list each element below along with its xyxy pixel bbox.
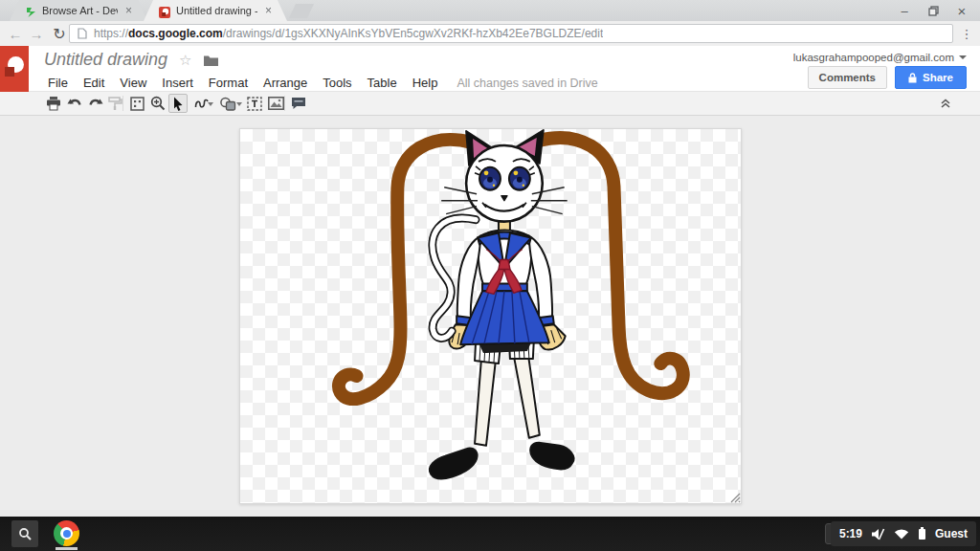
browser-menu-icon[interactable]: ⋮ [957, 24, 976, 43]
user-label: Guest [935, 527, 968, 540]
deviantart-icon [25, 5, 36, 16]
new-tab-button[interactable] [289, 4, 314, 18]
chrome-icon[interactable] [54, 520, 79, 546]
tab-title: Browse Art - DeviantArt [42, 5, 118, 16]
window-controls: – × [890, 0, 976, 21]
lock-icon [908, 73, 917, 83]
collapse-menus-icon[interactable] [936, 94, 955, 113]
menu-help[interactable]: Help [405, 74, 446, 92]
tab-title: Untitled drawing - Googl [176, 5, 257, 16]
folder-icon[interactable] [204, 55, 218, 66]
search-icon [18, 527, 32, 540]
image-icon[interactable] [266, 94, 285, 113]
menu-view[interactable]: View [112, 74, 154, 92]
google-drawings-logo [0, 46, 29, 92]
clock: 5:19 [839, 527, 862, 540]
line-tool-caret-icon[interactable] [208, 102, 213, 106]
drawing-toolbar [0, 92, 980, 116]
document-title[interactable]: Untitled drawing [44, 50, 167, 70]
page-icon [78, 28, 87, 39]
drawing-canvas[interactable] [239, 128, 742, 504]
paint-format-icon[interactable] [105, 94, 124, 113]
tab-deviantart[interactable]: Browse Art - DeviantArt × [10, 0, 147, 21]
wifi-icon [894, 528, 909, 540]
account-menu[interactable]: lukasgrahampooped@gmail.com [793, 52, 967, 63]
tab-untitled-drawing[interactable]: Untitled drawing - Googl × [144, 0, 287, 21]
menu-table[interactable]: Table [360, 74, 405, 92]
status-tray[interactable]: 5:19 Guest [831, 521, 976, 546]
reload-button[interactable]: ↻ [50, 24, 69, 43]
active-app-indicator [56, 547, 78, 550]
minimize-button[interactable]: – [890, 0, 919, 21]
restore-button[interactable] [919, 0, 947, 21]
work-area[interactable] [0, 117, 980, 517]
launcher-button[interactable] [11, 520, 38, 547]
redo-icon[interactable] [86, 94, 105, 113]
menu-arrange[interactable]: Arrange [256, 74, 315, 92]
select-tool-icon[interactable] [168, 94, 188, 113]
google-drawings-icon [159, 5, 170, 16]
save-status: All changes saved in Drive [457, 77, 597, 90]
canvas-resize-handle[interactable] [730, 493, 741, 503]
menu-tools[interactable]: Tools [315, 74, 359, 92]
forward-button[interactable]: → [27, 24, 46, 43]
comments-button[interactable]: Comments [808, 66, 887, 89]
battery-icon [918, 527, 926, 540]
star-icon[interactable]: ☆ [179, 52, 191, 69]
share-button[interactable]: Share [895, 66, 967, 89]
account-email: lukasgrahampooped@gmail.com [793, 52, 954, 63]
undo-icon[interactable] [65, 94, 84, 113]
menu-edit[interactable]: Edit [76, 74, 112, 92]
menu-insert[interactable]: Insert [154, 74, 201, 92]
menu-file[interactable]: File [40, 74, 76, 92]
zoom-icon[interactable] [148, 94, 167, 113]
shape-tool-icon[interactable] [218, 94, 237, 113]
mute-icon [871, 528, 885, 540]
shape-tool-caret-icon[interactable] [236, 102, 242, 106]
tab-close-icon[interactable]: × [123, 5, 134, 16]
zoom-to-fit-icon[interactable] [127, 94, 146, 113]
brown-scribble-left [339, 140, 472, 399]
screen: Browse Art - DeviantArt × Untitled drawi… [0, 0, 980, 551]
close-button[interactable]: × [947, 0, 976, 21]
menu-format[interactable]: Format [201, 74, 256, 92]
menu-bar: File Edit View Insert Format Arrange Too… [40, 74, 598, 92]
print-icon[interactable] [44, 94, 63, 113]
app-header: Untitled drawing ☆ File Edit View Insert… [0, 46, 980, 92]
browser-toolbar: ← → ↻ https://docs.google.com/drawings/d… [0, 21, 980, 46]
tab-close-icon[interactable]: × [263, 5, 274, 16]
chevron-down-icon [959, 55, 967, 59]
back-button[interactable]: ← [6, 24, 25, 43]
cat-girl-drawing[interactable] [240, 129, 741, 504]
insert-comment-icon[interactable] [289, 94, 308, 113]
text-box-icon[interactable] [245, 94, 264, 113]
brown-scribble-right [539, 138, 683, 393]
shelf: 1 5:19 Guest [0, 517, 980, 551]
url-text: https://docs.google.com/drawings/d/1gsXK… [94, 27, 603, 40]
tab-strip: Browse Art - DeviantArt × Untitled drawi… [0, 0, 980, 21]
url-bar[interactable]: https://docs.google.com/drawings/d/1gsXK… [69, 24, 953, 43]
